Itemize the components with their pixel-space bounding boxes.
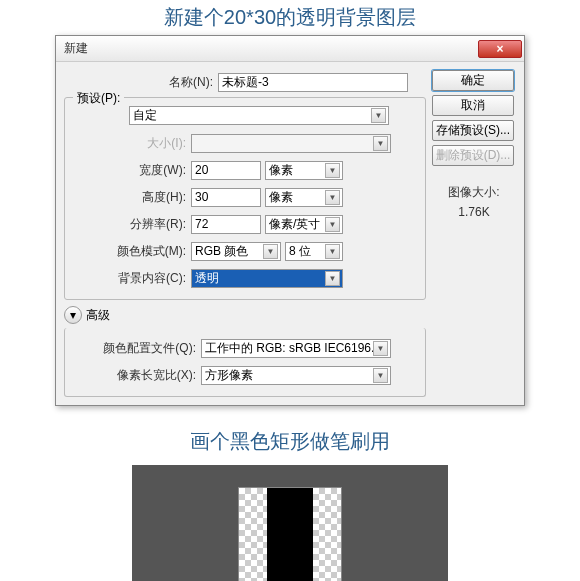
chevron-icon: ▾ bbox=[70, 308, 76, 322]
bg-label: 背景内容(C): bbox=[71, 270, 191, 287]
height-unit-dropdown[interactable]: 像素 ▼ bbox=[265, 188, 343, 207]
close-button[interactable]: × bbox=[478, 40, 522, 58]
titlebar[interactable]: 新建 × bbox=[56, 36, 524, 62]
black-rectangle bbox=[267, 488, 313, 581]
resolution-input[interactable] bbox=[191, 215, 261, 234]
height-input[interactable] bbox=[191, 188, 261, 207]
size-dropdown: ▼ bbox=[191, 134, 391, 153]
name-input[interactable] bbox=[218, 73, 408, 92]
size-label: 大小(I): bbox=[71, 135, 191, 152]
preset-fieldset: 预设(P): 自定 ▼ 大小(I): ▼ 宽度(W): 像素 ▼ bbox=[64, 97, 426, 300]
resolution-unit: 像素/英寸 bbox=[269, 216, 320, 233]
chevron-down-icon: ▼ bbox=[263, 244, 278, 259]
bits-dropdown[interactable]: 8 位 ▼ bbox=[285, 242, 343, 261]
new-document-dialog: 新建 × 名称(N): 预设(P): 自定 ▼ 大小(I): ▼ bbox=[55, 35, 525, 406]
dialog-title: 新建 bbox=[64, 40, 478, 57]
chevron-down-icon: ▼ bbox=[373, 341, 388, 356]
chevron-down-icon: ▼ bbox=[373, 368, 388, 383]
aspect-value: 方形像素 bbox=[205, 367, 253, 384]
preset-value: 自定 bbox=[133, 107, 157, 124]
cancel-button[interactable]: 取消 bbox=[432, 95, 514, 116]
preset-label: 预设(P): bbox=[77, 91, 120, 105]
transparent-checker-right bbox=[313, 488, 341, 581]
mode-dropdown[interactable]: RGB 颜色 ▼ bbox=[191, 242, 281, 261]
mode-label: 颜色模式(M): bbox=[71, 243, 191, 260]
resolution-label: 分辨率(R): bbox=[71, 216, 191, 233]
width-unit: 像素 bbox=[269, 162, 293, 179]
bg-dropdown[interactable]: 透明 ▼ bbox=[191, 269, 343, 288]
chevron-down-icon: ▼ bbox=[373, 136, 388, 151]
advanced-label: 高级 bbox=[86, 307, 110, 324]
preset-dropdown[interactable]: 自定 ▼ bbox=[129, 106, 389, 125]
chevron-down-icon: ▼ bbox=[325, 163, 340, 178]
profile-dropdown[interactable]: 工作中的 RGB: sRGB IEC6196... ▼ bbox=[201, 339, 391, 358]
caption-top: 新建个20*30的透明背景图层 bbox=[0, 0, 580, 35]
advanced-toggle-button[interactable]: ▾ bbox=[64, 306, 82, 324]
delete-preset-button: 删除预设(D)... bbox=[432, 145, 514, 166]
aspect-dropdown[interactable]: 方形像素 ▼ bbox=[201, 366, 391, 385]
mode-value: RGB 颜色 bbox=[195, 243, 248, 260]
width-label: 宽度(W): bbox=[71, 162, 191, 179]
chevron-down-icon: ▼ bbox=[325, 217, 340, 232]
aspect-label: 像素长宽比(X): bbox=[71, 367, 201, 384]
caption-bottom: 画个黑色矩形做笔刷用 bbox=[0, 424, 580, 459]
bg-value: 透明 bbox=[195, 270, 219, 287]
profile-label: 颜色配置文件(Q): bbox=[71, 340, 201, 357]
bits-value: 8 位 bbox=[289, 243, 311, 260]
chevron-down-icon: ▼ bbox=[325, 190, 340, 205]
save-preset-button[interactable]: 存储预设(S)... bbox=[432, 120, 514, 141]
image-size-value: 1.76K bbox=[432, 205, 516, 219]
close-icon: × bbox=[496, 42, 503, 56]
height-unit: 像素 bbox=[269, 189, 293, 206]
chevron-down-icon: ▼ bbox=[371, 108, 386, 123]
ok-button[interactable]: 确定 bbox=[432, 70, 514, 91]
profile-value: 工作中的 RGB: sRGB IEC6196... bbox=[205, 340, 381, 357]
transparent-checker-left bbox=[239, 488, 267, 581]
canvas-preview bbox=[132, 465, 448, 581]
resolution-unit-dropdown[interactable]: 像素/英寸 ▼ bbox=[265, 215, 343, 234]
chevron-down-icon: ▼ bbox=[325, 271, 340, 286]
advanced-fieldset: 颜色配置文件(Q): 工作中的 RGB: sRGB IEC6196... ▼ 像… bbox=[64, 328, 426, 397]
height-label: 高度(H): bbox=[71, 189, 191, 206]
width-input[interactable] bbox=[191, 161, 261, 180]
image-size-label: 图像大小: bbox=[432, 184, 516, 201]
width-unit-dropdown[interactable]: 像素 ▼ bbox=[265, 161, 343, 180]
chevron-down-icon: ▼ bbox=[325, 244, 340, 259]
name-label: 名称(N): bbox=[64, 74, 218, 91]
